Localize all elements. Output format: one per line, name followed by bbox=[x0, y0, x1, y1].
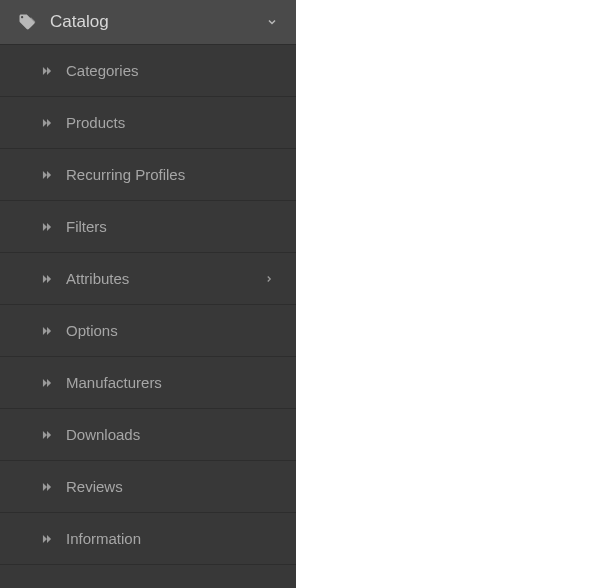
menu-header-label: Catalog bbox=[50, 12, 266, 32]
chevron-right-icon bbox=[264, 274, 274, 284]
menu-header-catalog[interactable]: Catalog bbox=[0, 0, 296, 45]
sidebar-item-products[interactable]: Products bbox=[0, 97, 296, 149]
sidebar-item-label: Filters bbox=[66, 218, 278, 235]
sidebar-item-label: Information bbox=[66, 530, 278, 547]
sidebar-item-information[interactable]: Information bbox=[0, 513, 296, 565]
double-chevron-right-icon bbox=[40, 272, 54, 286]
sidebar-item-label: Manufacturers bbox=[66, 374, 278, 391]
sidebar: Catalog CategoriesProductsRecurring Prof… bbox=[0, 0, 296, 588]
sidebar-item-options[interactable]: Options bbox=[0, 305, 296, 357]
double-chevron-right-icon bbox=[40, 168, 54, 182]
sidebar-item-label: Categories bbox=[66, 62, 278, 79]
sidebar-item-label: Downloads bbox=[66, 426, 278, 443]
double-chevron-right-icon bbox=[40, 64, 54, 78]
sidebar-item-downloads[interactable]: Downloads bbox=[0, 409, 296, 461]
sidebar-item-label: Reviews bbox=[66, 478, 278, 495]
double-chevron-right-icon bbox=[40, 324, 54, 338]
tag-icon bbox=[18, 13, 36, 31]
sidebar-item-label: Options bbox=[66, 322, 278, 339]
double-chevron-right-icon bbox=[40, 428, 54, 442]
sidebar-scroll[interactable]: Catalog CategoriesProductsRecurring Prof… bbox=[0, 0, 296, 588]
sidebar-item-filters[interactable]: Filters bbox=[0, 201, 296, 253]
sidebar-item-label: Products bbox=[66, 114, 278, 131]
sidebar-item-reviews[interactable]: Reviews bbox=[0, 461, 296, 513]
double-chevron-right-icon bbox=[40, 376, 54, 390]
double-chevron-right-icon bbox=[40, 116, 54, 130]
double-chevron-right-icon bbox=[40, 480, 54, 494]
chevron-down-icon bbox=[266, 16, 278, 28]
sidebar-item-manufacturers[interactable]: Manufacturers bbox=[0, 357, 296, 409]
sidebar-item-categories[interactable]: Categories bbox=[0, 45, 296, 97]
sidebar-item-attributes[interactable]: Attributes bbox=[0, 253, 296, 305]
double-chevron-right-icon bbox=[40, 532, 54, 546]
sidebar-item-label: Recurring Profiles bbox=[66, 166, 278, 183]
sidebar-item-label: Attributes bbox=[66, 270, 278, 287]
double-chevron-right-icon bbox=[40, 220, 54, 234]
sidebar-item-recurring-profiles[interactable]: Recurring Profiles bbox=[0, 149, 296, 201]
